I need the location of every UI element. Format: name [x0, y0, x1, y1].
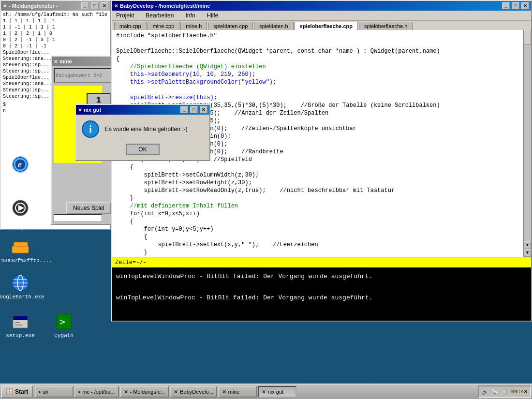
dialog-content: i Es wurde eine Mine getroffen :-( [76, 115, 209, 144]
svg-rect-7 [14, 242, 21, 246]
menu-projekt[interactable]: Projekt [114, 12, 136, 19]
ftp-icon[interactable]: ftp:%3a%2f%2fftp.... [5, 237, 36, 264]
taskbar-meldung-label: - Meldungsfe... [130, 389, 165, 395]
svg-text:>: > [59, 316, 65, 327]
dialog-title: nix gut [84, 107, 178, 113]
meldungsfenster-title: - Meldungsfenster - [9, 3, 79, 9]
code-line: spielBrett->setText(x,y," "); //Leerzeic… [116, 241, 521, 249]
taskbar-time: 09:43 [511, 389, 527, 395]
code-line: { [116, 233, 521, 241]
ok-button[interactable]: OK [126, 144, 159, 155]
dialog-maximize-btn[interactable]: □ [190, 106, 198, 113]
new-game-button[interactable]: Neues Spiel [66, 202, 111, 214]
start-icon: 🪟 [6, 388, 13, 395]
taskbar-nixgut-label: nix gut [268, 389, 283, 395]
dialog-message: Es wurde eine Mine getroffen :-( [105, 126, 188, 133]
scrollbar-down-btn[interactable]: ▼ [524, 241, 531, 249]
scrollbar-down2-btn[interactable]: ▼ [524, 249, 531, 257]
dialog-titlebar: ✕ nix gut _ □ ✕ [76, 105, 209, 115]
meldungsfenster-maximize-btn[interactable]: □ [91, 2, 99, 9]
babydevelop-titlebar: ✕ BabyDevelop - /home/ufg/test//mine _ □… [112, 1, 531, 11]
code-line: spielBrett->setRowHeight(z,30); [116, 179, 521, 187]
systray-icons: 🔊 📡 🛡️ [482, 389, 508, 395]
code-line: } [116, 249, 521, 256]
qt-label: QuickTime Player [5, 219, 36, 231]
terminal-line-1: winTopLevelWindowProc - BitBlt failed: D… [116, 271, 527, 282]
ftp-label: ftp:%3a%2f%2fftp.... [0, 258, 52, 264]
code-line: SpielOberflaeche::SpielOberflaeche(QWidg… [116, 47, 521, 55]
dialog-buttons: OK [76, 144, 209, 160]
taskbar-mine-icon: ✕ [222, 389, 226, 395]
setup-icon[interactable]: setup.exe [5, 312, 36, 339]
taskbar-item-mine[interactable]: ✕ mine [218, 386, 257, 398]
menu-info[interactable]: Info [183, 12, 197, 19]
taskbar-item-nixgut[interactable]: ✕ nix gut [258, 386, 296, 398]
taskbar-nixgut-icon: ✕ [262, 389, 266, 395]
start-button[interactable]: 🪟 Start [1, 385, 33, 398]
quicktime-icon[interactable]: QuickTime Player [5, 198, 36, 231]
scrollbar-thumb[interactable] [524, 30, 531, 44]
tab-main-cpp[interactable]: main.cpp [114, 22, 147, 30]
taskbar-item-sh[interactable]: ▪ sh [35, 386, 74, 398]
code-line: { [116, 55, 521, 63]
internet-explorer-icon[interactable]: e Internet Explorer [5, 155, 36, 187]
tab-spieldaten-cpp[interactable]: spieldaten.cpp [208, 22, 253, 30]
svg-rect-16 [15, 322, 20, 323]
code-scrollbar[interactable]: ▼ ▼ [523, 30, 531, 257]
code-line: for(int y=0;y<5;y++) [116, 225, 521, 233]
taskbar-item-baby[interactable]: ✕ BabyDevelo... [170, 386, 217, 398]
babydevelop-main: #include "spieloberflaeche.h" SpielOberf… [112, 30, 531, 321]
code-line: //Spieloberflaeche (QWidget) einstellen [116, 63, 521, 71]
babydevelop-minimize-btn[interactable]: _ [502, 2, 510, 9]
terminal-area: winTopLevelWindowProc - BitBlt failed: D… [112, 267, 531, 321]
start-label: Start [15, 388, 28, 395]
taskbar-sh-icon: ▪ [39, 389, 41, 395]
tab-spieldaten-h[interactable]: spieldaten.h [254, 22, 293, 30]
taskbar-mine-label: mine [228, 389, 240, 395]
cygwin-icon-img: > [54, 312, 74, 331]
svg-text:e: e [18, 160, 22, 169]
code-line: spielBrett->resize(this); [116, 94, 521, 102]
code-line [116, 86, 521, 94]
terminal-line-3: winTopLevelWindowProc - BitBlt failed: D… [116, 293, 527, 303]
meldungsfenster-icon: ✕ [3, 3, 7, 9]
babydevelop-menubar: Projekt Bearbeiten Info Hilfe [112, 11, 531, 21]
ie-label: Internet Explorer [5, 176, 36, 187]
taskbar-item-meldung[interactable]: ✕ - Meldungsfe... [120, 386, 169, 398]
mine-title-icon: ✕ [54, 59, 58, 64]
svg-rect-8 [12, 246, 29, 253]
tab-mine-cpp[interactable]: mine.cpp [148, 22, 180, 30]
babydevelop-maximize-btn[interactable]: □ [512, 2, 519, 9]
google-earth-label: GoogleEarth.exe [0, 294, 44, 300]
ftp-icon-img [11, 237, 30, 256]
code-line: this->setGeometry(10, 10, 219, 260); [116, 71, 521, 78]
taskbar-mc-icon: ▪ [78, 389, 80, 395]
dialog-info-icon: i [82, 120, 99, 138]
tab-spieloberflaeche-h[interactable]: spieloberflaeche.h [359, 22, 413, 30]
dialog-minimize-btn[interactable]: _ [180, 106, 188, 113]
google-earth-icon[interactable]: GoogleEarth.exe [5, 273, 36, 300]
code-line: } [116, 194, 521, 202]
google-earth-icon-img [11, 273, 30, 293]
meldungsfenster-minimize-btn[interactable]: _ [81, 2, 89, 9]
menu-hilfe[interactable]: Hilfe [205, 12, 220, 19]
meldungsfenster-close-btn[interactable]: ✕ [101, 2, 108, 9]
taskbar-baby-label: BabyDevelo... [180, 389, 213, 395]
ie-icon-img: e [11, 155, 30, 174]
svg-rect-15 [13, 316, 28, 320]
babydevelop-close-btn[interactable]: ✕ [521, 2, 529, 9]
dialog-close-btn[interactable]: ✕ [200, 106, 207, 113]
setup-icon-img [11, 312, 30, 331]
babydevelop-title: BabyDevelop - /home/ufg/test//mine [120, 3, 500, 9]
svg-rect-17 [15, 325, 23, 325]
menu-bearbeiten[interactable]: Bearbeiten [144, 12, 176, 19]
code-line [116, 40, 521, 47]
code-line: #include "spieloberflaeche.h" [116, 32, 521, 40]
tab-mine-h[interactable]: mine.h [180, 22, 207, 30]
status-bar: Zeile=-/- [112, 257, 531, 267]
cygwin-label: Cygwin [54, 333, 74, 339]
cygwin-icon[interactable]: > Cygwin [48, 312, 79, 339]
tab-spieloberflaeche-cpp[interactable]: spieloberflaeche.cpp [295, 22, 358, 30]
taskbar-meldung-icon: ✕ [124, 389, 128, 395]
taskbar-item-mc[interactable]: ▪ mc - /opt/ba... [74, 386, 118, 398]
